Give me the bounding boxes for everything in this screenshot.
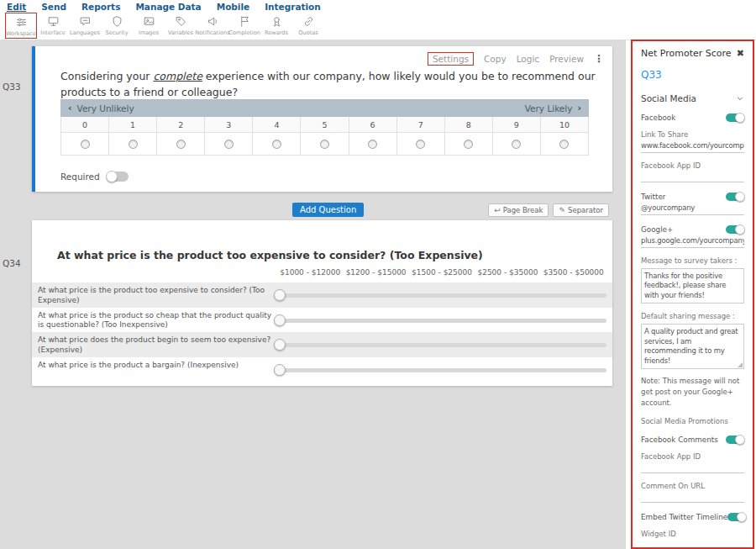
menu-item-send[interactable]: Send: [41, 2, 66, 12]
settings-toolbar: WorkspaceInterfaceLanguagesSecurityImage…: [0, 13, 756, 40]
nps-radio-6[interactable]: [368, 140, 377, 149]
toggle-knob: [106, 171, 118, 182]
chevron-down-icon: [736, 94, 744, 103]
facebook-share-url[interactable]: www.facebook.com/yourcompany: [641, 140, 744, 153]
toolbar-item-completion[interactable]: Completion: [228, 13, 260, 37]
toolbar-item-interface[interactable]: Interface: [37, 13, 69, 37]
price-slider-track[interactable]: [277, 319, 606, 323]
price-slider-handle[interactable]: [274, 314, 286, 326]
toolbar-item-images[interactable]: Images: [133, 13, 165, 37]
nps-radio-4[interactable]: [272, 140, 281, 149]
price-slider-track[interactable]: [277, 368, 606, 372]
menu-item-reports[interactable]: Reports: [81, 2, 120, 12]
menu-item-mobile[interactable]: Mobile: [217, 2, 250, 12]
price-slider-track[interactable]: [277, 343, 606, 347]
panel-header: Net Promoter Score ✖: [641, 48, 744, 59]
nps-header: ‹Very Unlikely Very Likely›: [60, 99, 589, 117]
field-label-widget-id: Widget ID: [641, 530, 744, 538]
chevron-right-icon: ›: [577, 103, 581, 113]
default-sharing-message-input[interactable]: A quality product and great services, I …: [641, 324, 744, 369]
twitter-toggle[interactable]: [726, 193, 744, 201]
nps-radio-7[interactable]: [416, 140, 425, 149]
menu-item-integration[interactable]: Integration: [265, 2, 321, 12]
pricing-row: At what price is the product a bargain? …: [32, 357, 612, 383]
toolbar-item-languages[interactable]: Languages: [69, 13, 101, 37]
nps-radio-cell-10: [541, 133, 589, 156]
price-slider-handle[interactable]: [274, 339, 286, 351]
settings-button[interactable]: Settings: [428, 52, 474, 66]
menu-item-manage-data[interactable]: Manage Data: [135, 2, 201, 12]
page-break-label: Page Break: [503, 206, 543, 214]
logic-button[interactable]: Logic: [517, 54, 539, 64]
languages-icon: [79, 14, 92, 29]
nps-radio-0[interactable]: [81, 140, 90, 149]
close-icon[interactable]: ✖: [737, 48, 744, 59]
comment-on-url-input[interactable]: [641, 492, 744, 503]
separator-icon: ✎: [559, 206, 565, 214]
embed-twitter-timeline-toggle[interactable]: [727, 513, 746, 521]
nps-radio-1[interactable]: [129, 140, 138, 149]
widget-id-input[interactable]: [641, 540, 744, 549]
toggle-label-facebook-comments: Facebook Comments: [641, 436, 718, 444]
twitter-handle[interactable]: @yourcompany: [641, 203, 744, 215]
toolbar-item-label: Quotas: [298, 29, 318, 36]
toggle-knob: [735, 192, 745, 202]
page-break-button[interactable]: ↩Page Break: [488, 203, 549, 217]
toolbar-item-notifications[interactable]: Notifications: [197, 13, 228, 37]
facebook-app-id-input[interactable]: [641, 172, 744, 182]
toolbar-item-quotas[interactable]: Quotas: [292, 13, 324, 37]
top-menu: EditSendReportsManage DataMobileIntegrat…: [0, 0, 756, 13]
separator-label: Separator: [568, 206, 603, 214]
toolbar-item-security[interactable]: Security: [101, 13, 133, 37]
price-slider-handle[interactable]: [274, 289, 286, 301]
toggle-knob: [735, 435, 745, 445]
nps-radio-row: [61, 133, 589, 156]
google-plus-toggle[interactable]: [726, 225, 744, 234]
toolbar-item-label: Languages: [70, 29, 100, 36]
more-options-icon[interactable]: ⋮: [594, 53, 604, 65]
nps-radio-3[interactable]: [224, 140, 234, 149]
nps-scale-cell-3: 3: [205, 117, 253, 133]
question-text[interactable]: Considering your complete experience wit…: [60, 68, 605, 101]
nps-radio-9[interactable]: [512, 140, 521, 149]
pricing-row-label: At what price is the product so cheap th…: [38, 311, 276, 330]
nps-right-label: Very Likely: [525, 103, 573, 113]
nps-radio-5[interactable]: [320, 140, 329, 149]
survey-takers-message[interactable]: Thanks for the positive feedback!, pleas…: [641, 268, 744, 304]
nps-radio-cell-1: [109, 133, 157, 156]
question-number-q33: Q33: [3, 82, 21, 92]
google-plus-url[interactable]: plus.google.com/yourcompany: [641, 235, 744, 248]
q34-question-title[interactable]: At what price is the product too expensi…: [57, 249, 483, 261]
toggle-label-twitter: Twitter: [641, 193, 665, 201]
toolbar-item-variables[interactable]: Variables: [165, 13, 197, 37]
section-social-media[interactable]: Social Media: [641, 93, 744, 103]
nps-right-anchor: Very Likely›: [525, 103, 581, 113]
page-break-icon: ↩: [494, 206, 501, 214]
facebook-toggle[interactable]: [726, 113, 744, 122]
nps-left-anchor: ‹Very Unlikely: [68, 103, 134, 113]
menu-item-edit[interactable]: Edit: [7, 2, 26, 12]
separator-button[interactable]: ✎Separator: [553, 203, 609, 217]
security-icon: [111, 14, 123, 29]
google-plus-note: Note: This message will not get post on …: [641, 376, 744, 408]
price-slider-track[interactable]: [277, 293, 606, 298]
add-question-button[interactable]: Add Question: [292, 203, 364, 217]
nps-radio-8[interactable]: [464, 140, 473, 149]
facebook-comments-toggle[interactable]: [726, 436, 744, 444]
nps-radio-10[interactable]: [559, 140, 569, 149]
price-slider-handle[interactable]: [274, 364, 286, 376]
toggle-knob: [737, 512, 747, 522]
nps-radio-2[interactable]: [176, 140, 186, 149]
pricing-row: At what price does the product begin to …: [32, 332, 612, 357]
pricing-row-label: At what price does the product begin to …: [38, 335, 276, 355]
settings-panel: Net Promoter Score ✖ Q33 Social Media Fa…: [631, 40, 754, 549]
toolbar-item-workspace[interactable]: Workspace: [5, 13, 37, 39]
toolbar-item-rewards[interactable]: Rewards: [260, 13, 292, 37]
copy-button[interactable]: Copy: [484, 54, 507, 64]
question-text-emphasis: complete: [153, 70, 202, 82]
field-label-facebook-app-id: Facebook App ID: [641, 161, 744, 170]
required-toggle[interactable]: [107, 172, 129, 182]
nps-grid: 012345678910: [60, 117, 589, 156]
preview-button[interactable]: Preview: [549, 54, 584, 64]
facebook-app-id-2-input[interactable]: [641, 462, 744, 473]
